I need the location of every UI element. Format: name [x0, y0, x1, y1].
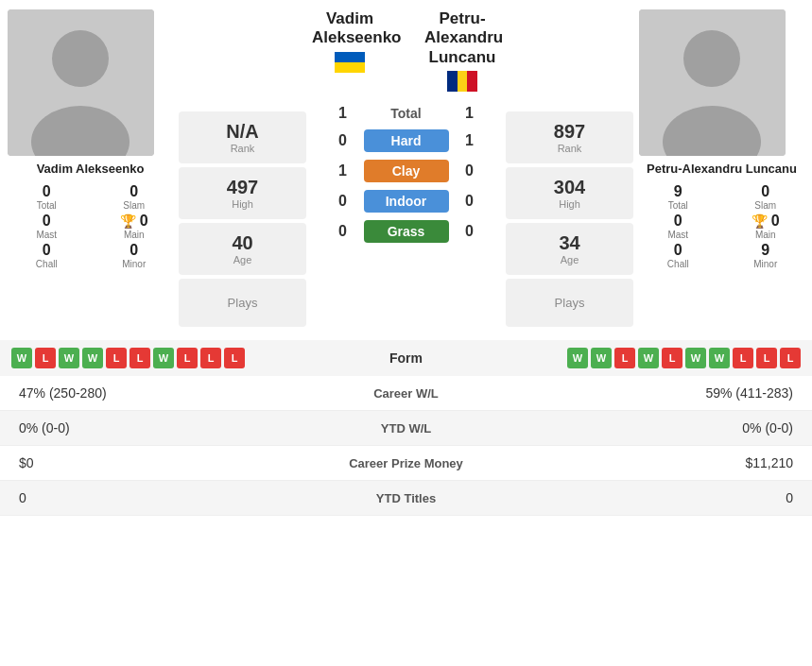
right-mast-value: 0 [674, 213, 682, 230]
right-mast-label: Mast [667, 230, 688, 240]
right-total-value: 9 [674, 183, 682, 200]
left-form-badges: WLWWLLWLLL [11, 348, 361, 368]
form-badge-l: L [662, 348, 682, 368]
form-badge-l: L [780, 348, 801, 368]
left-avatar [8, 9, 154, 156]
right-mast-stat: 0 Mast [639, 213, 717, 240]
left-mast-stat: 0 Mast [8, 213, 86, 240]
stats-rows: 47% (250-280) Career W/L 59% (411-283) 0… [0, 376, 812, 516]
left-age-stat-box: 40 Age [179, 223, 306, 275]
right-age-val: 34 [559, 232, 579, 254]
right-high-lbl: High [559, 198, 580, 210]
right-chall-stat: 0 Chall [639, 242, 717, 269]
left-total-value: 0 [43, 183, 51, 200]
left-mast-value: 0 [43, 213, 51, 230]
form-badge-l: L [224, 348, 245, 368]
right-chall-value: 0 [674, 242, 682, 259]
right-total-stat: 9 Total [639, 183, 717, 211]
right-ytd-wl: 0% (0-0) [501, 420, 794, 435]
left-chall-value: 0 [43, 242, 51, 259]
left-mast-label: Mast [36, 230, 57, 240]
svg-point-1 [52, 30, 109, 87]
left-plays-lbl: Plays [228, 296, 258, 310]
grass-badge: Grass [364, 220, 449, 243]
right-age-lbl: Age [561, 254, 579, 265]
ytd-wl-label: YTD W/L [312, 421, 501, 435]
right-avatar [639, 9, 786, 156]
total-label: Total [364, 106, 449, 121]
left-high-val: 497 [227, 177, 258, 198]
right-rank-box: 897 Rank 304 High 34 Age Plays [506, 9, 633, 331]
prize-row: $0 Career Prize Money $11,210 [0, 446, 812, 481]
ytd-titles-row: 0 YTD Titles 0 [0, 481, 812, 516]
right-total-label: Total [668, 200, 688, 211]
right-minor-label: Minor [753, 259, 777, 269]
indoor-score-row: 0 Indoor 0 [312, 190, 500, 213]
form-badge-l: L [200, 348, 221, 368]
right-plays-box: Plays [506, 279, 633, 327]
form-badge-l: L [733, 348, 753, 368]
form-badge-l: L [106, 348, 127, 368]
right-chall-label: Chall [667, 259, 689, 269]
main-container: Vadim Alekseenko 0 Total 0 Slam 0 Mast [0, 0, 812, 516]
center-col: Vadim Alekseenko Petru- Alexandru [312, 9, 500, 331]
ytd-titles-label: YTD Titles [312, 491, 501, 505]
grass-score-right: 0 [458, 223, 481, 240]
form-badge-w: W [591, 348, 612, 368]
right-high-stat-box: 304 High [506, 167, 633, 219]
total-score-row: 1 Total 1 [312, 105, 500, 122]
left-minor-value: 0 [130, 242, 138, 259]
right-slam-label: Slam [754, 200, 776, 211]
left-player-name: Vadim Alekseenko [8, 162, 173, 176]
left-high-lbl: High [232, 198, 253, 210]
form-badge-w: W [153, 348, 174, 368]
left-total-stat: 0 Total [8, 183, 86, 211]
left-main-stat: 🏆 0 Main [95, 213, 174, 240]
romania-flag [447, 71, 477, 92]
left-total-label: Total [37, 200, 57, 211]
left-career-wl: 47% (250-280) [19, 385, 312, 401]
right-rank-lbl: Rank [558, 143, 582, 154]
left-age-val: 40 [232, 232, 252, 254]
right-form-badges: WWLWLWWLLL [452, 348, 802, 368]
left-player-name-center: Vadim Alekseenko [312, 9, 388, 48]
right-player-name: Petru-Alexandru Luncanu [639, 162, 804, 176]
career-wl-label: Career W/L [312, 386, 501, 401]
form-badge-l: L [614, 348, 635, 368]
clay-score-left: 1 [332, 162, 354, 179]
form-badge-l: L [756, 348, 777, 368]
right-player-name-center: Petru- Alexandru Luncanu [424, 9, 500, 67]
hard-badge: Hard [364, 129, 449, 152]
form-label: Form [369, 350, 444, 366]
left-slam-value: 0 [130, 183, 138, 200]
right-career-wl: 59% (411-283) [501, 385, 794, 401]
form-section: WLWWLLWLLL Form WWLWLWWLLL [0, 340, 812, 376]
left-slam-stat: 0 Slam [95, 183, 174, 211]
form-badge-w: W [567, 348, 588, 368]
left-main-value: 0 [140, 213, 148, 230]
hard-score-right: 1 [458, 132, 481, 149]
form-badge-w: W [11, 348, 32, 368]
right-high-val: 304 [554, 177, 585, 198]
total-score-right: 1 [458, 105, 481, 122]
clay-badge: Clay [364, 160, 449, 182]
left-plays-box: Plays [179, 279, 306, 327]
hard-score-row: 0 Hard 1 [312, 129, 500, 152]
total-score-left: 1 [332, 105, 354, 122]
prize-label: Career Prize Money [312, 456, 501, 470]
left-minor-stat: 0 Minor [95, 242, 174, 269]
right-minor-value: 9 [761, 242, 769, 259]
clay-score-right: 0 [458, 162, 481, 179]
ukraine-flag [335, 52, 365, 73]
grass-score-left: 0 [332, 223, 354, 240]
right-player-card: Petru-Alexandru Luncanu 9 Total 0 Slam 0… [639, 9, 804, 331]
left-high-stat-box: 497 High [179, 167, 306, 219]
left-rank-val: N/A [226, 121, 258, 143]
right-rank-stat-box: 897 Rank [506, 111, 633, 163]
form-badge-w: W [638, 348, 659, 368]
left-slam-label: Slam [123, 200, 145, 211]
left-prize: $0 [19, 455, 312, 470]
right-prize: $11,210 [501, 455, 794, 470]
left-rank-stat-box: N/A Rank [179, 111, 306, 163]
right-trophy-icon: 🏆 [752, 213, 768, 229]
